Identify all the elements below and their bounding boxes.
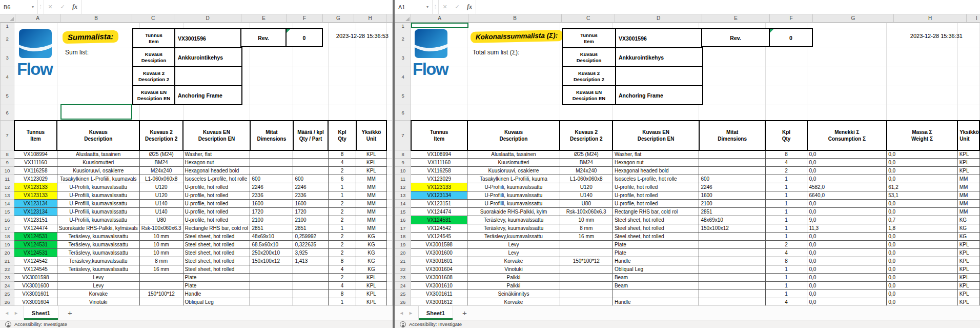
cell[interactable]: 16 mm <box>139 265 183 274</box>
cell[interactable]: 0,322635 <box>293 241 328 249</box>
cell[interactable]: VX123134 <box>14 208 57 216</box>
cell[interactable]: KPL <box>957 167 979 175</box>
cell[interactable]: MM <box>356 191 386 200</box>
accessibility-status[interactable]: Accessibility: Investigate <box>14 321 67 327</box>
cell[interactable]: 4 <box>765 159 807 167</box>
cell[interactable] <box>386 175 392 183</box>
cell[interactable]: BM24 <box>560 159 612 167</box>
info-value-cell[interactable]: Ankkurointikehys <box>175 48 242 67</box>
table-header-cell[interactable]: Menekki ΣConsumption Σ <box>807 121 887 150</box>
cell[interactable]: KPL <box>356 290 386 298</box>
rev-label-cell[interactable]: Rev. <box>240 28 287 47</box>
cell[interactable]: KPL <box>957 159 979 167</box>
cell[interactable]: U120 <box>560 183 612 191</box>
cell[interactable]: MM <box>356 224 386 233</box>
cell[interactable] <box>957 67 979 86</box>
column-header-G[interactable]: G <box>323 14 354 22</box>
cell[interactable]: MM <box>356 183 386 191</box>
cell[interactable] <box>250 159 293 167</box>
cell[interactable]: Teräslevy, kuumavalssattu <box>57 233 139 241</box>
cell[interactable] <box>612 290 699 298</box>
cell[interactable]: 2 <box>328 241 356 249</box>
cell[interactable] <box>14 23 57 29</box>
cell[interactable]: U-Profiili, kuumavalssattu <box>467 191 560 200</box>
table-header-cell[interactable]: MitatDimensions <box>699 121 765 150</box>
cell[interactable]: 4 <box>765 249 807 257</box>
cell[interactable]: Ø25 (M24) <box>139 150 183 159</box>
cell[interactable] <box>386 241 392 249</box>
column-header-G[interactable]: G <box>813 14 894 22</box>
cell[interactable]: U-Profiili, kuumavalssattu <box>57 216 139 224</box>
cell[interactable]: 53,1 <box>887 191 957 200</box>
cell[interactable]: 600 <box>293 175 328 183</box>
cell[interactable]: 2 <box>328 233 356 241</box>
cell[interactable]: Steel sheet, hot rolled <box>612 224 699 233</box>
cell[interactable]: VX116258 <box>411 167 467 175</box>
cell[interactable] <box>250 86 293 105</box>
cell[interactable]: U140 <box>560 191 612 200</box>
cell[interactable]: 4 <box>328 159 356 167</box>
cell[interactable] <box>699 159 765 167</box>
sheet-tab[interactable]: Sheet1 <box>418 306 453 320</box>
cell[interactable]: 0,0 <box>807 167 887 175</box>
cell[interactable] <box>386 183 392 191</box>
cell[interactable]: 4582,0 <box>807 183 887 191</box>
info-value-cell[interactable]: VX3001596 <box>616 29 703 48</box>
cell[interactable]: VX3001610 <box>411 282 467 290</box>
cell[interactable] <box>765 105 807 121</box>
cell[interactable]: KPL <box>957 282 979 290</box>
cell[interactable] <box>356 86 386 105</box>
cell[interactable]: KG <box>957 216 979 224</box>
cell[interactable]: 2851 <box>293 224 328 233</box>
accessibility-icon[interactable] <box>5 321 11 327</box>
info-label-cell[interactable]: KuvausDesciption <box>562 48 616 67</box>
cell[interactable] <box>293 290 328 298</box>
cell[interactable]: U140 <box>139 200 183 208</box>
cell[interactable]: KG <box>957 233 979 241</box>
cell[interactable] <box>386 191 392 200</box>
insert-function-icon[interactable]: fx <box>463 0 476 14</box>
cell[interactable] <box>386 290 392 298</box>
cell[interactable]: MM <box>356 208 386 216</box>
sheet-nav-right-icon[interactable]: ► <box>14 311 18 316</box>
cell[interactable] <box>386 121 392 150</box>
cell[interactable]: Rsk-100x060x6.3 <box>560 208 612 216</box>
cell[interactable]: 0,7 <box>887 216 957 224</box>
cell[interactable] <box>328 67 356 86</box>
cell[interactable]: Kuusiomutteri <box>467 159 560 167</box>
cell[interactable]: MM <box>957 183 979 191</box>
cell[interactable]: 0,0 <box>887 265 957 274</box>
cell[interactable]: U120 <box>139 191 183 200</box>
cell[interactable]: L1-060x060x8 <box>560 175 612 183</box>
cell[interactable]: VX123133 <box>14 191 57 200</box>
cell[interactable]: 0,0 <box>807 233 887 241</box>
table-header-cell[interactable]: Kuvaus ENDescription EN <box>612 121 699 150</box>
cell[interactable]: 0,0 <box>887 208 957 216</box>
cell[interactable]: Seinäkiinnitys <box>467 290 560 298</box>
row-header-13[interactable]: 13 <box>395 191 411 200</box>
cell[interactable]: 4 <box>328 282 356 290</box>
row-header-18[interactable]: 18 <box>1 233 14 241</box>
cell[interactable] <box>386 249 392 257</box>
cell[interactable]: 2246 <box>699 183 765 191</box>
cell[interactable]: U80 <box>560 200 612 208</box>
cell[interactable]: Tasakylkinen L-Profiili, kuumavals <box>57 175 139 183</box>
select-all-corner[interactable] <box>395 14 411 22</box>
cell[interactable]: VX123151 <box>14 216 57 224</box>
cell[interactable]: KPL <box>356 150 386 159</box>
info-value-cell[interactable]: Anchoring Frame <box>616 86 703 105</box>
cell[interactable]: Steel sheet, hot rolled <box>183 257 250 265</box>
cell[interactable]: KPL <box>957 290 979 298</box>
cell[interactable] <box>386 23 392 29</box>
cell[interactable]: VX124474 <box>411 208 467 216</box>
cell[interactable]: U-Profiili, kuumavalssattu <box>467 183 560 191</box>
row-header-16[interactable]: 16 <box>395 216 411 224</box>
cell[interactable]: 1 <box>765 183 807 191</box>
cell[interactable]: U-profile, hot rolled <box>183 216 250 224</box>
table-header-cell[interactable]: TunnusItem <box>411 121 467 150</box>
info-label-cell[interactable]: Kuvaus ENDesciption EN <box>562 86 616 105</box>
cell[interactable] <box>293 274 328 282</box>
cell[interactable]: 0,0 <box>887 167 957 175</box>
cell[interactable] <box>957 23 979 29</box>
cell[interactable] <box>887 67 957 86</box>
